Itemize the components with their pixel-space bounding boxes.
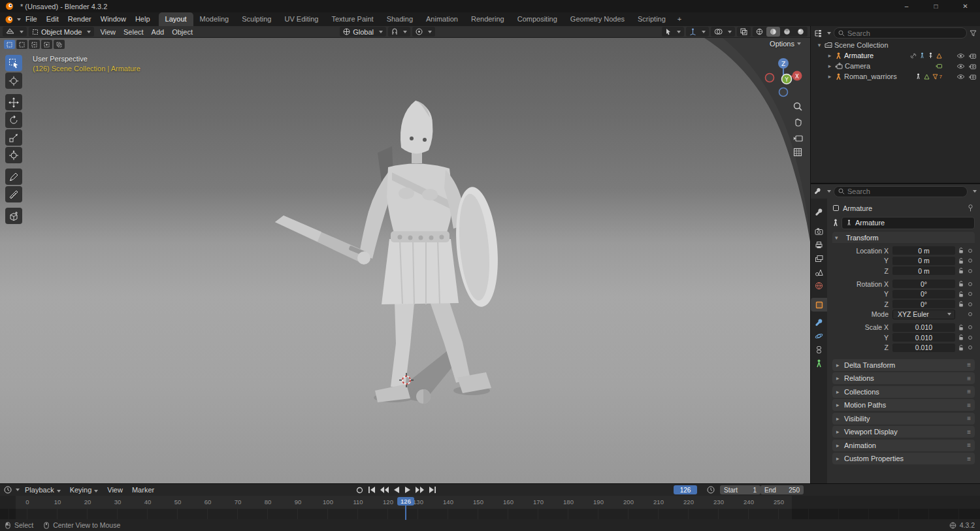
property-field[interactable]: XYZ Euler (892, 310, 955, 319)
tab-physics[interactable] (811, 329, 827, 343)
outliner-row-scene-collection[interactable]: ▾ Scene Collection (811, 40, 980, 50)
mode-dropdown[interactable]: Object Mode (29, 27, 94, 37)
pin-icon[interactable] (968, 204, 973, 212)
collapsed-panel-header[interactable]: ▸ Collections ≡ (832, 386, 975, 398)
timeline-editor-icon[interactable] (4, 486, 12, 494)
property-field[interactable]: 0 m (892, 246, 955, 255)
camera-view-button[interactable] (792, 132, 804, 144)
drag-handle-icon[interactable]: ≡ (967, 455, 971, 462)
current-frame-field[interactable]: 126 (674, 485, 697, 494)
topbar-menu[interactable]: Window (96, 12, 131, 26)
outliner-item-label[interactable]: Armature (844, 52, 874, 59)
collapsed-panel-header[interactable]: ▸ Visibility ≡ (832, 413, 975, 425)
animate-dot[interactable] (966, 249, 973, 253)
viewport-options-button[interactable]: Options (770, 40, 801, 48)
hide-eye-icon[interactable] (956, 63, 965, 69)
playhead-line[interactable] (405, 506, 406, 520)
topbar-menu[interactable]: Help (131, 12, 155, 26)
time-icon[interactable] (707, 486, 715, 494)
tool-cursor[interactable] (5, 72, 22, 89)
shading-material-button[interactable] (780, 27, 794, 37)
viewport-menu[interactable]: Select (120, 28, 148, 36)
disclosure-icon[interactable]: ▾ (816, 42, 823, 48)
topbar-menu[interactable]: Render (63, 12, 96, 26)
tab-object[interactable] (811, 298, 827, 312)
play-button[interactable] (404, 487, 411, 493)
animate-dot[interactable] (966, 292, 973, 296)
outliner-row-armature[interactable]: ▸ Armature (811, 50, 980, 61)
tool-move[interactable] (5, 94, 22, 110)
lock-icon[interactable] (955, 334, 966, 341)
filter-icon[interactable] (970, 30, 977, 37)
prev-keyframe-button[interactable] (380, 487, 389, 493)
play-reverse-button[interactable] (393, 487, 400, 493)
drag-handle-icon[interactable]: ≡ (967, 402, 971, 409)
property-field[interactable]: 0° (892, 300, 955, 308)
outliner-row-roman-warriors[interactable]: ▸ Roman_warriors 7 (811, 71, 980, 82)
properties-editor-icon[interactable] (814, 187, 822, 195)
overlays-dropdown[interactable] (711, 27, 735, 37)
shading-solid-button[interactable] (766, 27, 780, 37)
property-field[interactable]: 0.010 (892, 344, 955, 352)
collapsed-panel-header[interactable]: ▸ Custom Properties ≡ (832, 453, 975, 464)
lock-icon[interactable] (955, 291, 966, 298)
outliner-item-label[interactable]: Roman_warriors (844, 72, 897, 80)
drag-handle-icon[interactable]: ≡ (967, 375, 971, 382)
tab-tool[interactable] (811, 205, 827, 219)
workspace-tab[interactable]: Layout (159, 12, 193, 26)
workspace-tab[interactable]: Sculpting (235, 12, 278, 26)
disclosure-icon[interactable]: ▸ (826, 63, 833, 69)
animate-dot[interactable] (966, 302, 973, 306)
outliner-search-input[interactable]: Search (834, 27, 967, 39)
topbar-menu[interactable]: Edit (42, 12, 63, 26)
lock-icon[interactable] (955, 300, 966, 308)
tool-select-box[interactable] (5, 55, 22, 71)
object-visibility-dropdown[interactable] (662, 27, 684, 37)
properties-search-input[interactable]: Search (834, 186, 968, 197)
maximize-button[interactable]: □ (921, 0, 951, 12)
collapsed-panel-header[interactable]: ▸ Relations ≡ (832, 372, 975, 384)
auto-key-record-icon[interactable] (356, 487, 363, 494)
animate-dot[interactable] (966, 259, 973, 263)
close-button[interactable]: ✕ (951, 0, 980, 12)
transform-panel-header[interactable]: ▾ Transform (832, 232, 975, 243)
outliner-item-label[interactable]: Camera (845, 62, 870, 70)
collapsed-panel-header[interactable]: ▸ Delta Transform ≡ (832, 359, 975, 371)
lock-icon[interactable] (955, 267, 966, 274)
tool-measure[interactable] (5, 186, 22, 202)
tab-view-layer[interactable] (811, 251, 827, 265)
drag-handle-icon[interactable]: ≡ (967, 428, 971, 436)
tab-output[interactable] (811, 238, 827, 251)
collapsed-panel-header[interactable]: ▸ Animation ≡ (832, 440, 975, 451)
collapsed-panel-header[interactable]: ▸ Viewport Display ≡ (832, 426, 975, 438)
lock-icon[interactable] (955, 257, 966, 265)
tab-render[interactable] (811, 224, 827, 238)
outliner-row-camera[interactable]: ▸ Camera (811, 61, 980, 71)
lock-icon[interactable] (955, 311, 966, 318)
property-field[interactable]: 0° (892, 280, 955, 288)
lock-icon[interactable] (955, 324, 966, 331)
select-mode-invert[interactable] (41, 40, 52, 49)
viewport-menu[interactable]: Add (148, 28, 169, 36)
snap-magnet-button[interactable] (388, 27, 410, 37)
tab-object-data[interactable] (811, 357, 827, 370)
outliner-editor-icon[interactable] (814, 29, 822, 37)
marker-menu[interactable]: Marker (128, 486, 158, 494)
playback-menu[interactable]: Playback (21, 486, 65, 494)
disable-render-icon[interactable] (969, 53, 976, 59)
collapsed-panel-header[interactable]: ▸ Motion Paths ≡ (832, 399, 975, 411)
disable-render-icon[interactable] (969, 74, 976, 80)
tool-annotate[interactable] (5, 169, 22, 185)
breadcrumb-label[interactable]: Armature (843, 204, 872, 212)
workspace-tab[interactable]: Animation (419, 12, 465, 26)
drag-handle-icon[interactable]: ≡ (967, 388, 971, 395)
property-field[interactable]: 0 m (892, 266, 955, 275)
zoom-button[interactable] (792, 101, 804, 112)
gizmo-dropdown[interactable] (686, 27, 709, 37)
tab-world[interactable] (811, 279, 827, 293)
workspace-tab[interactable]: Scripting (631, 12, 672, 26)
tab-constraints[interactable] (811, 343, 827, 357)
network-icon[interactable] (949, 522, 956, 529)
property-field[interactable]: 0 m (892, 257, 955, 265)
tool-rotate[interactable] (5, 112, 22, 128)
